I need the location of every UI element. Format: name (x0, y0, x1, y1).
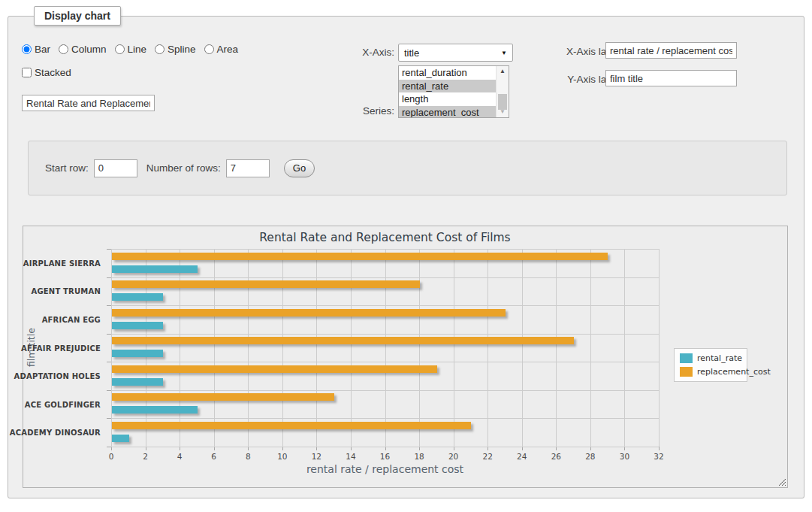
y-tick-mark (107, 390, 111, 391)
legend-swatch-replacement_cost (680, 367, 693, 377)
chart-type-option-area[interactable]: Area (204, 44, 239, 55)
gridline-vertical (282, 249, 283, 447)
chart-title-input[interactable] (22, 95, 155, 111)
gridline-vertical (385, 249, 386, 447)
gridline-vertical (556, 249, 557, 447)
x-axis-title: rental rate / replacement cost (111, 463, 659, 475)
chart-type-label-column: Column (71, 44, 107, 55)
bar-replacement_cost-6 (112, 422, 471, 429)
x-tick-label: 10 (277, 452, 287, 461)
series-option-length[interactable]: length (399, 92, 496, 106)
chart-type-radio-area[interactable] (204, 44, 214, 54)
chart-type-radio-bar[interactable] (22, 44, 32, 54)
stacked-checkbox[interactable] (22, 68, 32, 77)
legend-item-replacement_cost: replacement_cost (680, 367, 741, 377)
x-tick-label: 28 (585, 452, 595, 461)
plot-area (111, 249, 659, 447)
bar-rental_rate-0 (112, 265, 198, 273)
x-tick-label: 6 (211, 452, 216, 461)
gridline-vertical (248, 249, 249, 447)
chart-controls: BarColumnLineSplineArea Stacked X-Axis: … (22, 26, 790, 125)
chart-type-option-column[interactable]: Column (59, 44, 107, 55)
gridline-vertical (111, 249, 112, 447)
num-rows-label: Number of rows: (146, 162, 221, 174)
chart-legend: rental_ratereplacement_cost (674, 348, 747, 382)
series-listbox[interactable]: rental_durationrental_ratelengthreplacem… (398, 65, 509, 118)
series-label: Series: (347, 105, 394, 117)
y-tick-mark (107, 305, 111, 306)
stacked-option[interactable]: Stacked (22, 67, 71, 78)
legend-label-rental_rate: rental_rate (697, 353, 742, 363)
x-tick-label: 20 (448, 452, 458, 461)
series-option-rental_rate[interactable]: rental_rate (399, 80, 496, 93)
chart-type-label-line: Line (128, 44, 147, 55)
bar-rental_rate-3 (112, 350, 163, 357)
scroll-down-icon[interactable]: ▼ (497, 107, 509, 117)
chart-type-radio-column[interactable] (59, 44, 68, 54)
y-axis-label-input[interactable] (605, 70, 737, 86)
y-category-label: AGENT TRUMAN (31, 287, 101, 295)
bar-rental_rate-4 (112, 378, 163, 386)
bar-rental_rate-6 (112, 435, 129, 442)
gridline-vertical (214, 249, 215, 447)
display-chart-panel: Display chart BarColumnLineSplineArea St… (8, 6, 804, 498)
chart-type-radio-spline[interactable] (155, 44, 165, 54)
series-option-replacement_cost[interactable]: replacement_cost (399, 106, 496, 118)
legend-label-replacement_cost: replacement_cost (697, 367, 771, 377)
series-scrollbar[interactable]: ▲ ▼ (496, 66, 509, 117)
y-category-label: AFRICAN EGG (42, 315, 101, 323)
y-category-labels: AIRPLANE SIERRAAGENT TRUMANAFRICAN EGGAF… (23, 249, 106, 447)
gridline-horizontal (111, 418, 659, 419)
chart-type-option-line[interactable]: Line (115, 44, 147, 55)
gridline-vertical (488, 249, 488, 447)
gridline-horizontal (111, 362, 659, 362)
y-tick-mark (107, 362, 111, 362)
chart-type-option-spline[interactable]: Spline (155, 44, 196, 55)
x-axis-label-input[interactable] (605, 42, 737, 59)
chart-type-label-spline: Spline (168, 44, 196, 55)
rows-panel: Start row: Number of rows: Go (28, 141, 787, 195)
gridline-horizontal (111, 305, 659, 306)
chart-type-radio-line[interactable] (115, 44, 125, 54)
start-row-input[interactable] (94, 159, 137, 177)
chart-type-option-bar[interactable]: Bar (22, 44, 50, 55)
start-row-label: Start row: (45, 162, 89, 174)
chart-type-label-bar: Bar (35, 44, 50, 55)
y-category-label: ACE GOLDFINGER (25, 400, 101, 408)
chart-type-label-area: Area (217, 44, 239, 55)
x-tick-label: 32 (654, 452, 663, 461)
stacked-label: Stacked (35, 67, 71, 78)
x-tick-label: 26 (551, 452, 561, 461)
y-tick-mark (107, 334, 111, 335)
chart-type-radiogroup: BarColumnLineSplineArea (22, 44, 246, 55)
x-tick-label: 24 (517, 452, 527, 461)
resize-handle[interactable] (777, 477, 786, 486)
y-category-label: ADAPTATION HOLES (14, 372, 101, 380)
gridline-horizontal (111, 390, 659, 391)
bar-rental_rate-1 (112, 293, 163, 301)
bar-replacement_cost-4 (112, 365, 437, 373)
x-axis-select[interactable]: title ▼ (398, 44, 513, 62)
scroll-up-icon[interactable]: ▲ (497, 66, 509, 77)
legend-item-rental_rate: rental_rate (680, 353, 741, 363)
gridline-vertical (590, 249, 591, 447)
x-tick-label: 30 (620, 452, 629, 461)
gridline-vertical (351, 249, 352, 447)
num-rows-input[interactable] (226, 159, 270, 177)
gridline-vertical (146, 249, 146, 447)
gridline-horizontal (111, 249, 659, 250)
y-category-label: ACADEMY DINOSAUR (10, 429, 101, 437)
gridline-vertical (419, 249, 420, 447)
x-tick-label: 14 (346, 452, 355, 461)
gridline-vertical (659, 249, 660, 447)
bar-replacement_cost-3 (112, 337, 574, 344)
gridline-vertical (316, 249, 317, 447)
gridline-vertical (180, 249, 180, 447)
x-tick-label: 8 (246, 452, 251, 461)
bar-replacement_cost-2 (112, 309, 506, 317)
go-button[interactable]: Go (284, 159, 315, 177)
x-axis-select-label: X-Axis: (347, 47, 394, 58)
bar-rental_rate-5 (112, 406, 198, 414)
series-options: rental_durationrental_ratelengthreplacem… (399, 66, 496, 117)
series-option-rental_duration[interactable]: rental_duration (399, 66, 496, 80)
